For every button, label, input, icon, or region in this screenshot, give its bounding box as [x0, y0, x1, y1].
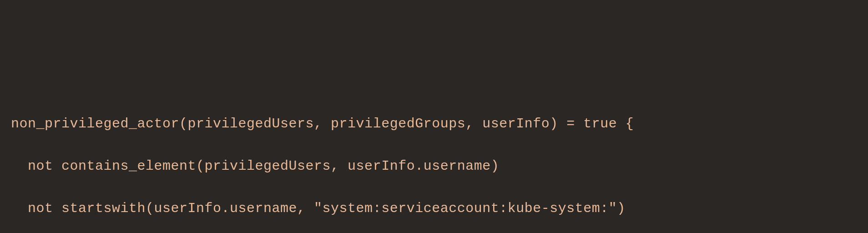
code-block: non_privileged_actor(privilegedUsers, pr…: [11, 92, 857, 233]
code-line-2: not contains_element(privilegedUsers, us…: [11, 156, 857, 177]
code-line-1: non_privileged_actor(privilegedUsers, pr…: [11, 113, 857, 135]
code-line-3: not startswith(userInfo.username, "syste…: [11, 198, 857, 219]
